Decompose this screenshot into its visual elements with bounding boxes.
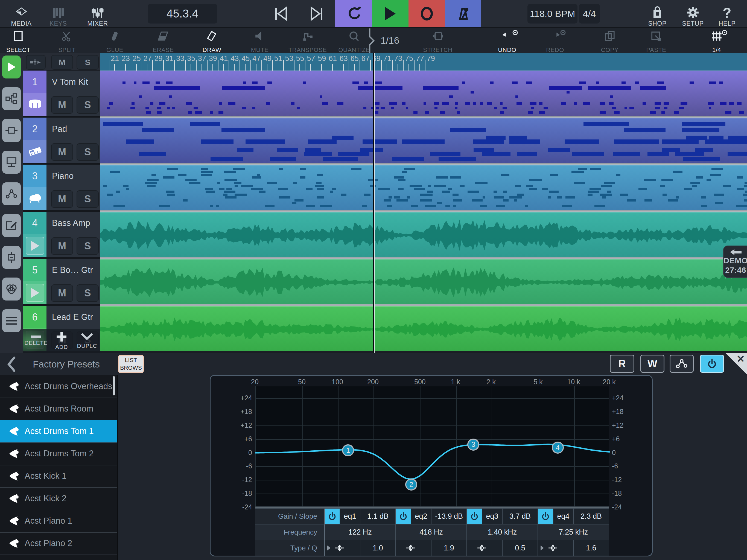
tool-paste[interactable]: PASTE	[636, 29, 677, 54]
track-name-row[interactable]: 4Bass Amp	[23, 212, 100, 234]
master-solo-button[interactable]: S	[77, 55, 99, 70]
preset-list[interactable]: Acst Drums OverheadsAcst Drums RoomAcst …	[0, 375, 118, 560]
track-solo-button[interactable]: S	[77, 190, 99, 208]
tool-undo[interactable]: UNDO	[487, 29, 528, 54]
eq-filter-type-button[interactable]	[467, 540, 503, 556]
track-solo-button[interactable]: S	[77, 284, 99, 302]
timeline-ruler[interactable]: 2123252729313335373941434547495153555759…	[100, 53, 747, 71]
close-icon[interactable]: ✕	[737, 353, 745, 365]
track-name-row[interactable]: 5E Bo… Gtr	[23, 259, 100, 281]
track-solo-button[interactable]: S	[77, 96, 99, 114]
eq-frequency-value[interactable]: 7.25 kHz	[538, 525, 609, 540]
write-automation-button[interactable]: W	[640, 355, 664, 373]
preset-item[interactable]: Acst Drums Tom 1	[0, 420, 117, 443]
duplicate-track-button[interactable]: DUPLC	[74, 329, 100, 353]
track-region[interactable]	[100, 306, 747, 351]
eq-q-value[interactable]: 0.5	[503, 540, 538, 556]
track-mute-button[interactable]: M	[51, 284, 73, 302]
read-automation-button[interactable]: R	[610, 355, 634, 373]
grid-division-display[interactable]: 1/16	[381, 35, 399, 46]
eq3-power-button[interactable]	[467, 509, 482, 525]
preset-item[interactable]: Acst Piano 2	[0, 532, 117, 555]
keys-button[interactable]: KEYS	[43, 0, 73, 29]
demo-badge[interactable]: DEMO 27:46	[723, 246, 747, 278]
eq-plot[interactable]: 1234	[255, 386, 609, 507]
track-instrument-button[interactable]	[23, 281, 47, 304]
bpm-display[interactable]: 118.0 BPM	[527, 4, 577, 24]
plugin-power-button[interactable]	[700, 355, 724, 373]
track-mute-button[interactable]: M	[51, 96, 73, 114]
eq-gain-value[interactable]: 2.3 dB	[574, 509, 609, 525]
track-instrument-button[interactable]	[23, 140, 47, 163]
track-mute-button[interactable]: M	[51, 190, 73, 208]
eq-q-value[interactable]: 1.6	[574, 540, 609, 556]
forward-button[interactable]	[300, 0, 334, 27]
sidebar-menu-button[interactable]	[2, 309, 21, 332]
eq-filter-type-button[interactable]	[538, 540, 574, 556]
track-mute-button[interactable]: M	[51, 143, 73, 161]
eq-frequency-value[interactable]: 122 Hz	[325, 525, 396, 540]
track-name[interactable]: Pad	[47, 118, 100, 140]
tool-quantize[interactable]: QUANTIZE	[334, 29, 375, 54]
track-name[interactable]: Lead E Gtr	[47, 306, 100, 328]
eq-filter-type-button[interactable]	[325, 540, 360, 556]
preset-item[interactable]: Acst Drums Overheads	[0, 375, 117, 398]
preset-item[interactable]: Acst Drums Tom 2	[0, 442, 117, 465]
back-chevron-button[interactable]	[6, 357, 17, 372]
tool-erase[interactable]: ERASE	[143, 29, 184, 54]
master-mute-button[interactable]: M	[51, 55, 73, 70]
tool-split[interactable]: SPLIT	[47, 29, 87, 54]
sidebar-colorize-button[interactable]	[2, 278, 21, 301]
tool-draw[interactable]: DRAW	[191, 29, 232, 54]
track-name-row[interactable]: 6Lead E Gtr	[23, 306, 100, 328]
shop-button[interactable]: SHOP	[641, 0, 674, 29]
add-track-button[interactable]: ADD	[49, 329, 74, 353]
track-region[interactable]	[100, 212, 747, 257]
eq-q-value[interactable]: 1.9	[432, 540, 467, 556]
eq4-power-button[interactable]	[538, 509, 553, 525]
media-button[interactable]: MEDIA	[5, 0, 38, 29]
eq2-power-button[interactable]	[396, 509, 411, 525]
tool-glue[interactable]: GLUE	[94, 29, 135, 54]
track-name-row[interactable]: 2Pad	[23, 118, 100, 140]
arrange-area[interactable]	[100, 71, 747, 353]
eq-frequency-value[interactable]: 418 Hz	[396, 525, 467, 540]
tool-mute[interactable]: MUTE	[239, 29, 280, 54]
sidebar-inserts-button[interactable]	[2, 119, 21, 142]
tool-redo[interactable]: REDO	[535, 29, 575, 54]
track-name[interactable]: Bass Amp	[47, 212, 100, 234]
sidebar-sends-button[interactable]	[2, 151, 21, 174]
track-region[interactable]	[100, 118, 747, 163]
eq-gain-value[interactable]: 1.1 dB	[360, 509, 396, 525]
eq-gain-value[interactable]: -13.9 dB	[432, 509, 467, 525]
help-button[interactable]: ? HELP	[712, 0, 742, 29]
record-button[interactable]	[409, 0, 445, 27]
eq-gain-value[interactable]: 3.7 dB	[503, 509, 538, 525]
sidebar-connections-button[interactable]	[2, 182, 21, 205]
sidebar-routing-button[interactable]	[2, 87, 21, 110]
track-name[interactable]: E Bo… Gtr	[47, 259, 100, 281]
play-button[interactable]	[372, 0, 409, 27]
preset-item[interactable]: Acst Kick 2	[0, 487, 117, 510]
sidebar-edit-button[interactable]	[2, 214, 21, 237]
rewind-button[interactable]	[264, 0, 298, 27]
marker-track-button[interactable]	[26, 55, 46, 70]
track-mute-button[interactable]: M	[51, 237, 73, 255]
track-solo-button[interactable]: S	[77, 237, 99, 255]
track-name-row[interactable]: 3Piano	[23, 164, 100, 187]
track-region[interactable]	[100, 164, 747, 210]
track-region[interactable]	[100, 71, 747, 116]
track-name[interactable]: Piano	[47, 164, 100, 187]
cycle-button[interactable]	[335, 0, 372, 27]
eq1-power-button[interactable]	[325, 509, 340, 525]
track-instrument-button[interactable]	[23, 93, 47, 116]
track-name-row[interactable]: 1V Tom Kit	[23, 71, 100, 93]
track-name[interactable]: V Tom Kit	[47, 71, 100, 93]
eq-q-value[interactable]: 1.0	[360, 540, 396, 556]
track-instrument-button[interactable]	[23, 187, 47, 210]
metronome-button[interactable]	[445, 0, 481, 27]
list-browse-toggle[interactable]: LIST BROWS	[118, 355, 144, 373]
routing-button[interactable]	[670, 355, 694, 373]
track-region[interactable]	[100, 259, 747, 304]
mixer-button[interactable]: MIXER	[80, 0, 115, 29]
